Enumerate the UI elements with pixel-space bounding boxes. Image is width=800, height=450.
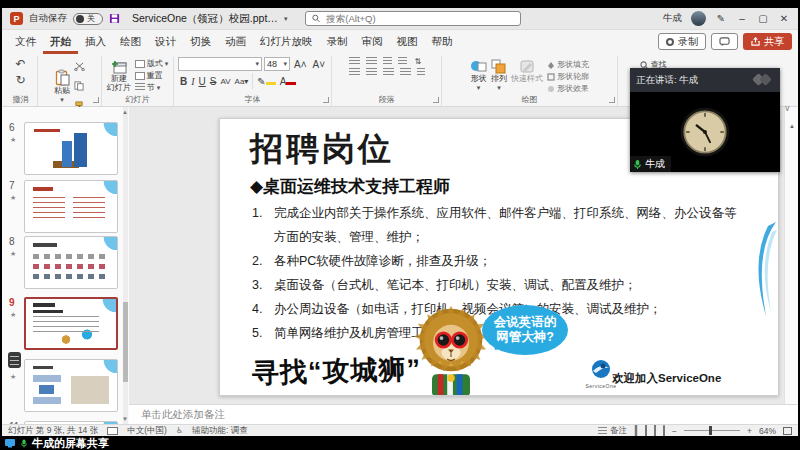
underline-button[interactable]: U [197,76,208,87]
drawing-dialog-launcher-icon[interactable] [609,97,615,103]
slide-subtitle[interactable]: ◆桌面运维技术支持工程师 [250,175,450,198]
search-box[interactable] [305,11,521,26]
view-sorter-button[interactable] [645,426,647,436]
slide-6-thumbnail[interactable] [24,122,118,175]
bullets-icon[interactable] [349,57,360,66]
quick-styles-button[interactable]: 快速样式 [511,59,543,83]
font-name-input[interactable]: ▾ [178,57,262,71]
clipboard-dialog-launcher-icon[interactable] [93,97,99,103]
shape-fill-button[interactable]: 形状填充 [547,60,589,70]
save-icon[interactable] [109,13,120,24]
notes-pane[interactable]: 单击此处添加备注 [129,404,798,424]
numbering-icon[interactable] [366,57,377,66]
fit-to-window-icon[interactable] [783,427,792,435]
font-color-button[interactable]: A [278,76,299,87]
meeting-video-overlay[interactable]: 正在讲话: 牛成 牛成 [630,68,780,172]
view-slideshow-button[interactable] [663,426,665,436]
paste-button[interactable]: 粘贴▾ [54,69,70,104]
align-center-icon[interactable] [366,68,377,77]
item-text: 桌面设备（台式机、笔记本、打印机）安装、调试、配置及维护； [274,273,744,297]
tab-draw[interactable]: 绘图 [113,32,148,54]
shape-outline-button[interactable]: 形状轮廓 [547,72,589,82]
paragraph-dialog-launcher-icon[interactable] [433,97,439,103]
justify-icon[interactable] [400,68,411,77]
columns-icon[interactable] [417,68,425,77]
tab-home[interactable]: 开始 [43,32,78,54]
search-icon [312,14,320,23]
slide-10-thumbnail[interactable] [24,359,118,412]
tab-transitions[interactable]: 切换 [183,32,218,54]
title-dropdown-icon[interactable]: ▾ [284,15,288,23]
user-avatar[interactable] [691,11,706,26]
view-reading-button[interactable] [654,426,656,436]
zoom-in-button[interactable]: + [747,426,752,436]
tab-animations[interactable]: 动画 [218,32,253,54]
section-button[interactable]: 节▾ [135,83,169,93]
notes-toggle-button[interactable]: 备注 [598,425,627,437]
character-spacing-button[interactable]: AV [218,77,232,86]
tab-design[interactable]: 设计 [148,32,183,54]
close-button[interactable]: ✕ [778,13,790,24]
accessibility-status[interactable]: 辅助功能: 调查 [192,425,248,437]
redo-icon[interactable]: ↻ [15,73,25,87]
slide-7-thumbnail[interactable] [24,180,118,233]
tab-view[interactable]: 视图 [390,32,425,54]
slide-9-number: 9 [9,297,15,308]
maximize-button[interactable]: ▢ [757,13,769,24]
bold-button[interactable]: B [178,76,189,87]
language-indicator[interactable]: 中文(中国) [127,425,167,437]
panel-scrollbar-thumb[interactable] [123,302,128,382]
comments-button[interactable] [711,33,738,50]
change-case-button[interactable]: Aa▾ [233,77,251,86]
pen-mode-icon[interactable]: ✎ [715,13,727,24]
panel-scroll-down-icon[interactable]: ▼ [122,416,128,422]
tab-review[interactable]: 审阅 [355,32,390,54]
arrange-button[interactable]: 排列▾ [491,59,507,92]
cut-button[interactable] [74,57,85,75]
indent-decrease-icon[interactable] [383,57,392,66]
slide-title[interactable]: 招聘岗位 [250,127,394,172]
indent-increase-icon[interactable] [398,57,407,66]
tab-record[interactable]: 录制 [320,32,355,54]
strikethrough-button[interactable]: S [208,76,219,87]
tab-insert[interactable]: 插入 [78,32,113,54]
tab-slideshow[interactable]: 幻灯片放映 [253,32,320,54]
new-slide-button[interactable]: 新建 幻灯片 [107,60,131,92]
panel-scroll-up-icon[interactable]: ▲ [122,109,128,115]
tab-file[interactable]: 文件 [8,32,43,54]
zoom-slider[interactable] [684,430,740,431]
align-right-icon[interactable] [383,68,394,77]
minimize-button[interactable]: – [736,13,748,24]
search-input[interactable] [324,12,514,25]
share-button[interactable]: 共享 [743,33,792,50]
tab-help[interactable]: 帮助 [425,32,460,54]
layout-button[interactable]: 版式▾ [135,59,169,69]
canvas-scrollbar[interactable] [784,107,798,404]
italic-button[interactable]: I [189,76,196,87]
increase-font-icon[interactable]: A˄ [292,59,309,70]
slide-9-thumbnail-selected[interactable] [24,297,118,350]
shape-effects-button[interactable]: 形状效果 [547,84,589,94]
shapes-button[interactable]: 形状▾ [470,59,487,92]
font-size-input[interactable]: 48▾ [264,57,290,71]
autosave-toggle[interactable]: 关 [73,13,103,25]
zoom-level[interactable]: 64% [759,426,776,436]
slide-8-thumbnail[interactable] [24,236,118,289]
decrease-font-icon[interactable]: A˅ [311,59,328,70]
zoom-slider-thumb[interactable] [709,426,712,435]
highlight-color-button[interactable]: ✎ [255,76,277,87]
canvas-scroll-up-icon[interactable]: ▲ [789,123,795,129]
zoom-out-button[interactable]: − [672,426,677,436]
font-dialog-launcher-icon[interactable] [323,97,329,103]
section-icon [135,83,145,92]
view-normal-button[interactable] [634,425,638,437]
copy-button[interactable] [74,77,85,95]
undo-icon[interactable]: ↶ [15,57,25,71]
overlay-collapse-icon[interactable]: ∨ [784,103,791,113]
arrange-icon [491,59,507,74]
align-left-icon[interactable] [349,68,360,77]
record-button[interactable]: 录制 [658,33,706,50]
display-settings-icon[interactable] [107,427,118,435]
line-spacing-icon[interactable]: ⇅ [413,57,424,66]
reset-button[interactable]: 重置 [135,71,169,81]
